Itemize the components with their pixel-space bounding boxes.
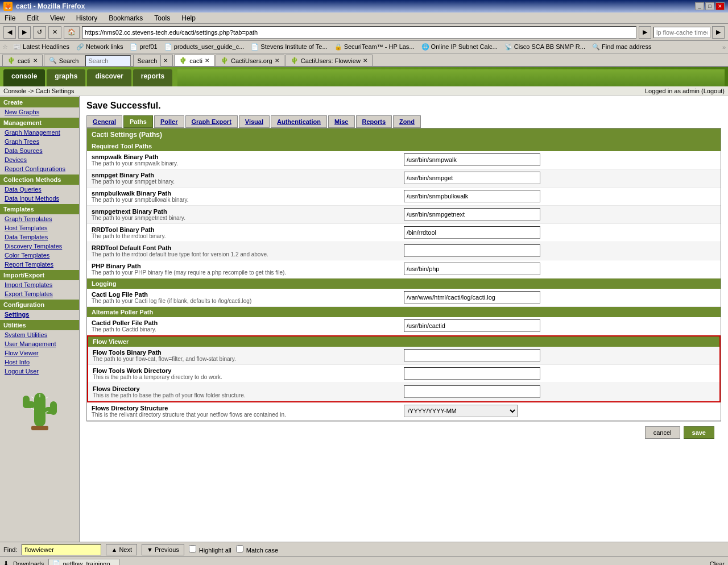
input-flow-tools-binary[interactable] [404, 349, 540, 362]
tab-reports[interactable]: Reports [356, 115, 392, 128]
browser-search-button[interactable]: ▶ [712, 26, 725, 39]
tab-poller[interactable]: Poller [154, 115, 184, 128]
bookmark-cisco[interactable]: 📡 Cisco SCA BB SNMP R... [503, 43, 587, 51]
forward-button[interactable]: ▶ [18, 26, 31, 39]
menu-bookmarks[interactable]: Bookmarks [106, 14, 145, 23]
save-button[interactable]: save [684, 426, 714, 439]
input-cacti-log[interactable] [404, 291, 540, 304]
menu-edit[interactable]: Edit [24, 14, 41, 23]
select-flows-dir-structure[interactable]: /YYYY/YYYY-MM [404, 405, 518, 417]
sidebar-item-export-templates[interactable]: Export Templates [0, 289, 79, 298]
browser-tab-flowview[interactable]: 🌵CactiUsers: Flowview✕ [286, 55, 373, 66]
input-snmpgetnext[interactable] [404, 208, 540, 221]
sidebar-item-data-templates[interactable]: Data Templates [0, 232, 79, 242]
input-rrdtool[interactable] [404, 226, 540, 239]
sidebar-item-settings[interactable]: Settings [0, 310, 79, 319]
bookmark-stevens[interactable]: 📄 Stevens Institute of Te... [249, 43, 329, 51]
input-snmpwalk[interactable] [404, 153, 540, 166]
sidebar-item-graph-templates[interactable]: Graph Templates [0, 214, 79, 223]
bookmark-headlines[interactable]: 📰 Latest Headlines [11, 43, 71, 51]
menu-file[interactable]: File [2, 14, 18, 23]
bookmark-pref01[interactable]: 📄 pref01 [128, 43, 159, 51]
tab-general[interactable]: General [86, 115, 122, 128]
tab-close-cacti2[interactable]: ✕ [205, 57, 209, 64]
menu-tools[interactable]: Tools [152, 14, 172, 23]
menu-view[interactable]: View [48, 14, 67, 23]
cacti-tab-graphs[interactable]: graphs [47, 69, 85, 86]
home-button[interactable]: 🏠 [64, 26, 80, 39]
back-button[interactable]: ◀ [3, 26, 16, 39]
menu-help[interactable]: Help [179, 14, 198, 23]
bookmark-network[interactable]: 🔗 Network links [75, 43, 125, 51]
sidebar-item-discovery-templates[interactable]: Discovery Templates [0, 242, 79, 251]
sidebar-item-data-queries[interactable]: Data Queries [0, 185, 79, 194]
browser-search-input[interactable] [653, 27, 710, 38]
go-button[interactable]: ▶ [639, 26, 651, 39]
sidebar-item-data-input-methods[interactable]: Data Input Methods [0, 194, 79, 203]
tab-close-search[interactable]: ✕ [163, 57, 168, 64]
bookmark-securiteam[interactable]: 🔒 SecuriTeam™ - HP Las... [333, 43, 416, 51]
sidebar-item-user-management[interactable]: User Management [0, 339, 79, 348]
search-tab-input[interactable] [85, 55, 131, 67]
clear-button[interactable]: Clear [710, 560, 725, 566]
window-controls[interactable]: _ □ ✕ [695, 2, 725, 10]
tab-authentication[interactable]: Authentication [271, 115, 327, 128]
cacti-tab-reports[interactable]: reports [133, 69, 172, 86]
sidebar-item-report-configurations[interactable]: Report Configurations [0, 164, 79, 173]
sidebar-item-flow-viewer[interactable]: Flow Viewer [0, 348, 79, 358]
highlight-all-label[interactable]: Highlight all [189, 545, 231, 554]
address-bar[interactable] [82, 26, 636, 39]
find-previous-button[interactable]: ▼ Previous [142, 544, 184, 555]
minimize-button[interactable]: _ [695, 2, 704, 10]
cacti-tab-console[interactable]: console [3, 69, 45, 86]
tab-close-flowview[interactable]: ✕ [363, 57, 367, 64]
close-button[interactable]: ✕ [715, 2, 725, 10]
tab-paths[interactable]: Paths [123, 115, 153, 128]
download-item[interactable]: 📄 netflow_trainingo... [48, 559, 119, 565]
tab-close-cacti1[interactable]: ✕ [33, 57, 38, 64]
sidebar-item-graph-trees[interactable]: Graph Trees [0, 137, 79, 146]
match-case-label[interactable]: Match case [236, 545, 278, 554]
sidebar-item-color-templates[interactable]: Color Templates [0, 251, 79, 260]
input-php[interactable] [404, 263, 540, 275]
input-rrdtool-font[interactable] [404, 244, 540, 257]
input-snmpbulkwalk[interactable] [404, 190, 540, 202]
sidebar-item-host-templates[interactable]: Host Templates [0, 223, 79, 232]
find-next-button[interactable]: ▲ Next [106, 544, 137, 555]
input-flow-tools-work[interactable] [404, 367, 540, 380]
browser-tab-cacti1[interactable]: 🌵cacti✕ [2, 55, 43, 66]
browser-tab-cacti2[interactable]: 🌵cacti✕ [174, 55, 214, 66]
bookmark-findmac[interactable]: 🔍 Find mac address [590, 43, 653, 51]
tab-zond[interactable]: Zond [393, 115, 421, 128]
find-input[interactable] [22, 544, 101, 555]
highlight-all-checkbox[interactable] [189, 545, 196, 552]
sidebar-item-new-graphs[interactable]: New Graphs [0, 107, 79, 117]
tab-visual[interactable]: Visual [239, 115, 270, 128]
match-case-checkbox[interactable] [236, 545, 243, 552]
sidebar-item-data-sources[interactable]: Data Sources [0, 146, 79, 155]
bookmark-products[interactable]: 📄 products_user_guide_c... [163, 43, 246, 51]
tab-graph-export[interactable]: Graph Export [185, 115, 238, 128]
tab-misc[interactable]: Misc [328, 115, 354, 128]
reload-button[interactable]: ↺ [33, 26, 46, 39]
sidebar-item-logout-user[interactable]: Logout User [0, 367, 79, 376]
input-flows-directory[interactable] [404, 385, 540, 398]
cacti-tab-discover[interactable]: discover [87, 69, 131, 86]
cancel-button[interactable]: cancel [645, 426, 680, 439]
sidebar-item-graph-management[interactable]: Graph Management [0, 128, 79, 137]
input-snmpget[interactable] [404, 172, 540, 184]
browser-tab-cactiusers[interactable]: 🌵CactiUsers.org✕ [216, 55, 284, 66]
input-cactid[interactable] [404, 319, 540, 332]
sidebar-item-system-utilities[interactable]: System Utilities [0, 330, 79, 339]
sidebar-item-host-info[interactable]: Host Info [0, 358, 79, 367]
menu-history[interactable]: History [74, 14, 100, 23]
bookmark-subnet[interactable]: 🌐 Online IP Subnet Calc... [420, 43, 499, 51]
browser-tab-search[interactable]: 🔍Search Search ✕ [44, 55, 173, 66]
sidebar-item-devices[interactable]: Devices [0, 155, 79, 164]
search-tab-button[interactable]: Search [133, 55, 161, 67]
maximize-button[interactable]: □ [705, 2, 714, 10]
stop-button[interactable]: ✕ [48, 26, 61, 39]
sidebar-item-import-templates[interactable]: Import Templates [0, 280, 79, 289]
sidebar-item-report-templates[interactable]: Report Templates [0, 260, 79, 269]
tab-close-cactiusers[interactable]: ✕ [275, 57, 279, 64]
